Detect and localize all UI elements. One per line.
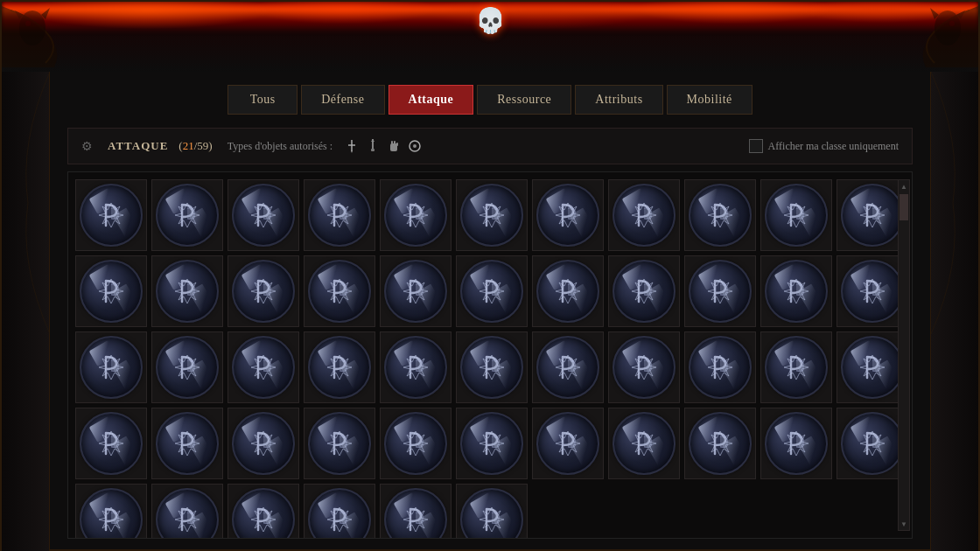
- skill-slot[interactable]: [151, 255, 223, 327]
- skill-slot[interactable]: [151, 408, 223, 479]
- skill-slot[interactable]: [684, 255, 756, 327]
- svg-point-0: [19, 10, 46, 45]
- skill-icon: [384, 260, 447, 323]
- svg-rect-10: [394, 141, 396, 145]
- skill-slot[interactable]: [151, 331, 223, 403]
- skill-icon: [612, 412, 676, 475]
- main-window: 💀: [0, 0, 980, 551]
- glove-icon: [385, 137, 402, 155]
- skill-icon: [536, 260, 599, 323]
- skill-icon: [232, 184, 295, 247]
- tab-attributs[interactable]: Attributs: [575, 85, 662, 115]
- item-types-label: Types d'objets autorisés :: [228, 140, 332, 153]
- top-banner: 💀: [2, 2, 978, 72]
- skill-slot[interactable]: [760, 179, 832, 251]
- skills-count: (21/59): [178, 139, 212, 153]
- skill-slot[interactable]: [228, 179, 299, 251]
- skill-slot[interactable]: [684, 331, 756, 403]
- skill-slot[interactable]: [228, 408, 299, 479]
- settings-icon: ⚙: [81, 139, 93, 154]
- skill-slot[interactable]: [151, 484, 223, 539]
- skill-slot[interactable]: [304, 408, 375, 479]
- skill-slot[interactable]: [304, 331, 375, 403]
- skill-icon: [460, 336, 523, 399]
- skill-icon: [308, 184, 371, 247]
- skill-slot[interactable]: [75, 331, 147, 403]
- skill-slot[interactable]: [608, 179, 680, 251]
- section-title: ATTAQUE: [108, 139, 168, 153]
- skull-icon: 💀: [475, 6, 506, 35]
- class-filter-label: Afficher ma classe uniquement: [768, 140, 899, 153]
- skill-icon: [384, 412, 447, 475]
- skill-icon: [841, 184, 904, 247]
- skill-slot[interactable]: [760, 255, 832, 327]
- skill-icon: [841, 412, 904, 475]
- tab-attaque[interactable]: Attaque: [388, 85, 474, 115]
- skill-slot[interactable]: [456, 408, 528, 479]
- skill-slot[interactable]: [75, 484, 147, 539]
- skill-slot[interactable]: [380, 331, 452, 403]
- skill-icon: [765, 260, 828, 323]
- scroll-up-arrow[interactable]: ▲: [899, 180, 909, 192]
- skill-slot[interactable]: [228, 255, 299, 327]
- skill-slot[interactable]: [380, 484, 452, 539]
- header-right: Afficher ma classe uniquement: [749, 139, 899, 153]
- skill-icon: [841, 336, 904, 399]
- tab-ressource[interactable]: Ressource: [477, 85, 571, 115]
- tab-defense[interactable]: Défense: [301, 85, 384, 115]
- dagger-icon: [364, 137, 382, 155]
- skill-slot[interactable]: [532, 408, 604, 479]
- skill-slot[interactable]: [380, 408, 452, 479]
- skill-slot[interactable]: [228, 331, 299, 403]
- skill-icon: [460, 488, 523, 539]
- skill-slot[interactable]: [380, 179, 452, 251]
- skill-slot[interactable]: [304, 255, 375, 327]
- orb-icon: [406, 137, 424, 155]
- skill-slot[interactable]: [456, 255, 528, 327]
- skill-icon: [765, 336, 828, 399]
- skill-slot[interactable]: [760, 408, 832, 479]
- skill-icon: [80, 488, 143, 539]
- skill-slot[interactable]: [608, 255, 680, 327]
- skill-icon: [156, 412, 219, 475]
- skill-slot[interactable]: [304, 484, 375, 539]
- class-filter-checkbox[interactable]: [749, 139, 763, 153]
- scroll-down-arrow[interactable]: ▼: [899, 518, 909, 530]
- skill-icon: [460, 184, 523, 247]
- skill-icon: [80, 336, 143, 399]
- skill-slot[interactable]: [75, 179, 147, 251]
- svg-point-2: [934, 10, 961, 45]
- class-filter-container[interactable]: Afficher ma classe uniquement: [749, 139, 899, 153]
- skill-icon: [536, 184, 599, 247]
- skill-slot[interactable]: [75, 255, 147, 327]
- skill-icon: [80, 260, 143, 323]
- count-current: 21: [183, 139, 194, 152]
- skill-slot[interactable]: [532, 255, 604, 327]
- skill-slot[interactable]: [532, 179, 604, 251]
- tab-tous[interactable]: Tous: [228, 85, 298, 115]
- scrollbar[interactable]: ▲ ▼: [898, 179, 910, 531]
- skill-slot[interactable]: [456, 331, 528, 403]
- skill-icon: [689, 260, 752, 323]
- tab-mobilite[interactable]: Mobilité: [667, 85, 752, 115]
- skill-slot[interactable]: [456, 484, 528, 539]
- skill-slot[interactable]: [608, 408, 680, 479]
- skill-slot[interactable]: [380, 255, 452, 327]
- gargoyle-right-icon: [856, 6, 978, 67]
- skill-slot[interactable]: [684, 179, 756, 251]
- skill-slot[interactable]: [228, 484, 299, 539]
- skill-slot[interactable]: [684, 408, 756, 479]
- tab-navigation: Tous Défense Attaque Ressource Attributs…: [67, 85, 913, 115]
- skill-slot[interactable]: [532, 331, 604, 403]
- skill-icon: [308, 336, 371, 399]
- skill-slot[interactable]: [456, 179, 528, 251]
- skill-icon: [841, 260, 904, 323]
- skill-slot[interactable]: [760, 331, 832, 403]
- scrollbar-thumb[interactable]: [900, 194, 908, 220]
- skill-icon: [232, 412, 295, 475]
- skill-slot[interactable]: [151, 179, 223, 251]
- skill-slot[interactable]: [608, 331, 680, 403]
- skill-slot[interactable]: [304, 179, 375, 251]
- skill-slot[interactable]: [75, 408, 147, 479]
- skill-icon: [80, 184, 143, 247]
